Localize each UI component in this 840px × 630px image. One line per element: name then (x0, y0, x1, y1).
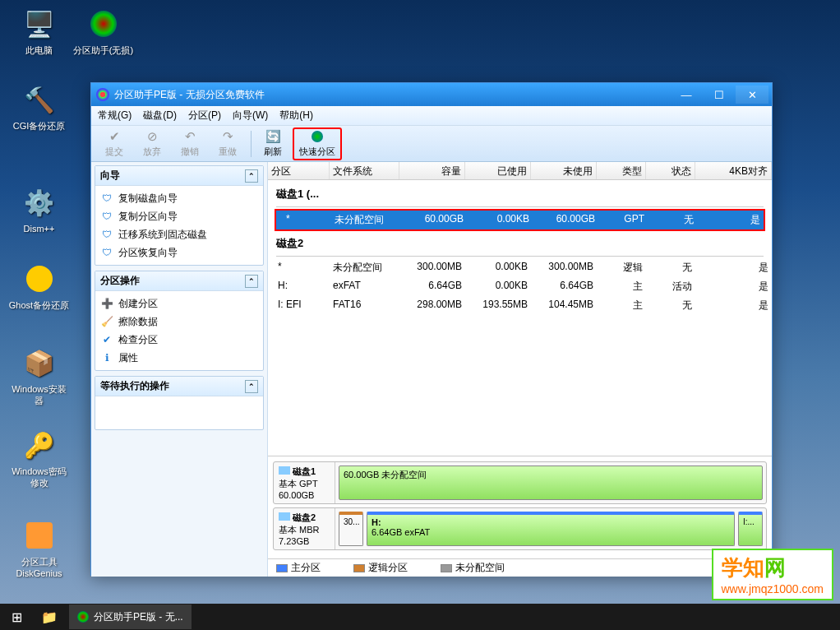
wizard-panel: 向导⌃ 🛡复制磁盘向导 🛡复制分区向导 🛡迁移系统到固态磁盘 🛡分区恢复向导 (95, 165, 264, 266)
col-status[interactable]: 状态 (646, 162, 695, 179)
maximize-button[interactable]: ☐ (703, 86, 736, 104)
desktop-icon-windows-installer[interactable]: 📦Windows安装器 (8, 345, 70, 407)
file-explorer-button[interactable]: 📁 (33, 604, 66, 630)
watermark: 学知网 www.jmqz1000.com (712, 549, 834, 600)
shield-icon: 🛡 (100, 192, 113, 205)
table-header: 分区 文件系统 容量 已使用 未使用 类型 状态 4KB对齐 (268, 162, 772, 180)
disk-icon (22, 518, 57, 553)
disk-icon (279, 466, 290, 475)
operations-panel: 分区操作⌃ ➕创建分区 🧹擦除数据 ✔检查分区 ℹ属性 (95, 271, 264, 371)
wizard-migrate-ssd[interactable]: 🛡迁移系统到固态磁盘 (95, 225, 263, 243)
cancel-icon: ⊘ (145, 129, 159, 144)
panel-title: 分区操作 (100, 274, 140, 288)
collapse-icon[interactable]: ⌃ (245, 380, 258, 393)
disk-visual: 磁盘1 基本 GPT 60.00GB 60.00GB 未分配空间 磁盘2 (268, 456, 772, 558)
info-icon: ℹ (100, 351, 113, 364)
legend-logical: 逻辑分区 (353, 561, 408, 575)
desktop-icon-dism[interactable]: ⚙️Dism++ (8, 185, 70, 234)
broom-icon: 🧹 (100, 315, 113, 328)
menu-general[interactable]: 常规(G) (98, 109, 132, 123)
menubar: 常规(G) 磁盘(D) 分区(P) 向导(W) 帮助(H) (91, 106, 772, 126)
plus-icon: ➕ (100, 297, 113, 310)
start-button[interactable]: ⊞ (0, 604, 33, 630)
key-icon: 🔑 (22, 428, 57, 462)
op-check-partition[interactable]: ✔检查分区 (95, 331, 263, 349)
menu-wizard[interactable]: 向导(W) (233, 109, 268, 123)
window-title: 分区助手PE版 - 无损分区免费软件 (114, 88, 265, 102)
main-content: 分区 文件系统 容量 已使用 未使用 类型 状态 4KB对齐 磁盘1 (... … (268, 162, 772, 577)
disk2-label: 磁盘2 (268, 233, 772, 254)
titlebar[interactable]: 分区助手PE版 - 无损分区免费软件 — ☐ ✕ (91, 83, 772, 106)
shield-icon: 🛡 (100, 228, 113, 241)
table-row[interactable]: I: EFI FAT16 298.00MB 193.55MB 104.45MB … (268, 296, 772, 315)
taskbar: ⊞ 📁 分区助手PE版 - 无... (0, 604, 840, 630)
partition-block[interactable]: 60.00GB 未分配空间 (339, 466, 763, 500)
partition-block[interactable]: I:... (738, 512, 763, 546)
col-partition[interactable]: 分区 (268, 162, 330, 179)
check-icon: ✔ (107, 129, 122, 144)
aomei-icon (86, 7, 121, 41)
shield-icon: 🛡 (100, 246, 113, 259)
disk1-visual[interactable]: 磁盘1 基本 GPT 60.00GB 60.00GB 未分配空间 (273, 461, 767, 504)
partition-icon (310, 129, 325, 144)
quick-partition-button[interactable]: 快速分区 (293, 127, 342, 160)
col-type[interactable]: 类型 (597, 162, 646, 179)
partition-block[interactable]: 30... (339, 512, 363, 546)
table-row[interactable]: H: exFAT 6.64GB 0.00KB 6.64GB 主 活动 是 (268, 277, 772, 296)
collapse-icon[interactable]: ⌃ (245, 169, 258, 183)
refresh-button[interactable]: 🔄刷新 (255, 127, 291, 160)
disk2-visual[interactable]: 磁盘2 基本 MBR 7.23GB 30... H: 6.64GB exFAT … (273, 507, 767, 550)
menu-partition[interactable]: 分区(P) (188, 109, 221, 123)
commit-button[interactable]: ✔提交 (96, 127, 132, 160)
desktop-icon-ghost[interactable]: Ghost备份还原 (8, 262, 70, 311)
desktop-icon-diskgenius[interactable]: 分区工具DiskGenius (8, 518, 70, 580)
undo-button[interactable]: ↶撤销 (172, 127, 208, 160)
legend-unallocated: 未分配空间 (441, 561, 505, 575)
col-align[interactable]: 4KB对齐 (695, 162, 772, 179)
panel-title: 等待执行的操作 (100, 379, 169, 393)
redo-icon: ↷ (220, 129, 235, 144)
pending-panel: 等待执行的操作⌃ (95, 376, 264, 430)
app-icon (96, 88, 109, 101)
col-filesystem[interactable]: 文件系统 (330, 162, 399, 179)
monitor-icon: 🖥️ (22, 7, 57, 41)
ghost-icon (22, 262, 57, 296)
col-capacity[interactable]: 容量 (399, 162, 465, 179)
table-row[interactable]: * 未分配空间 300.00MB 0.00KB 300.00MB 逻辑 无 是 (268, 258, 772, 277)
app-icon (77, 611, 89, 623)
partition-table: 磁盘1 (... * 未分配空间 60.00GB 0.00KB 60.00GB … (268, 180, 772, 456)
separator (251, 131, 252, 157)
table-row[interactable]: * 未分配空间 60.00GB 0.00KB 60.00GB GPT 无 是 (276, 211, 764, 229)
op-create-partition[interactable]: ➕创建分区 (95, 294, 263, 313)
desktop-icon-cgi-backup[interactable]: 🔨CGI备份还原 (8, 82, 70, 132)
desktop-icon-password-reset[interactable]: 🔑Windows密码修改 (8, 428, 70, 489)
taskbar-item-active[interactable]: 分区助手PE版 - 无... (69, 605, 192, 629)
desktop-icon-this-pc[interactable]: 🖥️此电脑 (8, 7, 70, 56)
col-used[interactable]: 已使用 (465, 162, 531, 179)
op-wipe-data[interactable]: 🧹擦除数据 (95, 313, 263, 331)
col-unused[interactable]: 未使用 (531, 162, 597, 179)
wizard-partition-recovery[interactable]: 🛡分区恢复向导 (95, 243, 263, 262)
toolbar: ✔提交 ⊘放弃 ↶撤销 ↷重做 🔄刷新 快速分区 (91, 126, 772, 162)
check-icon: ✔ (100, 333, 113, 346)
menu-disk[interactable]: 磁盘(D) (143, 109, 177, 123)
redo-button[interactable]: ↷重做 (210, 127, 246, 160)
partition-assistant-window: 分区助手PE版 - 无损分区免费软件 — ☐ ✕ 常规(G) 磁盘(D) 分区(… (90, 82, 773, 576)
wizard-copy-disk[interactable]: 🛡复制磁盘向导 (95, 189, 263, 207)
discard-button[interactable]: ⊘放弃 (134, 127, 170, 160)
installer-icon: 📦 (22, 345, 57, 380)
disk1-label: 磁盘1 (... (268, 183, 772, 205)
op-properties[interactable]: ℹ属性 (95, 349, 263, 367)
shield-icon: 🛡 (100, 210, 113, 223)
desktop-icon-partition-assistant[interactable]: 分区助手(无损) (72, 7, 134, 56)
menu-help[interactable]: 帮助(H) (279, 109, 313, 123)
refresh-icon: 🔄 (265, 129, 280, 144)
legend: 主分区 逻辑分区 未分配空间 (268, 558, 772, 577)
collapse-icon[interactable]: ⌃ (245, 275, 258, 288)
selected-row-highlight: * 未分配空间 60.00GB 0.00KB 60.00GB GPT 无 是 (275, 209, 765, 231)
minimize-button[interactable]: — (670, 86, 703, 104)
partition-block[interactable]: H: 6.64GB exFAT (367, 512, 735, 546)
wizard-copy-partition[interactable]: 🛡复制分区向导 (95, 207, 263, 225)
close-button[interactable]: ✕ (736, 86, 768, 104)
panel-title: 向导 (100, 169, 120, 183)
